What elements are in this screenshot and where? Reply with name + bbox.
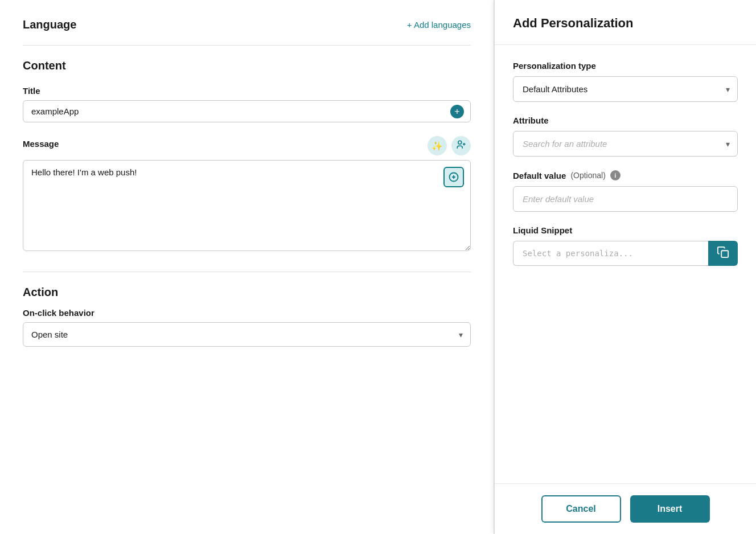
right-panel: Add Personalization Personalization type… bbox=[494, 0, 756, 534]
attribute-label: Attribute bbox=[513, 116, 738, 125]
svg-rect-6 bbox=[721, 250, 728, 257]
message-textarea[interactable]: Hello there! I'm a web push! bbox=[23, 160, 471, 251]
magic-icon: ✨ bbox=[432, 141, 443, 151]
liquid-snippet-input[interactable] bbox=[513, 241, 708, 266]
message-label: Message bbox=[23, 139, 59, 149]
right-panel-body: Personalization type Default Attributes … bbox=[495, 45, 756, 483]
message-plus-button[interactable] bbox=[443, 167, 464, 187]
title-label: Title bbox=[23, 86, 471, 96]
action-section: Action On-click behavior Open site ▾ bbox=[23, 286, 471, 347]
divider-1 bbox=[23, 45, 471, 46]
language-section-header: Language + Add languages bbox=[23, 18, 471, 31]
info-icon[interactable]: i bbox=[610, 170, 621, 180]
attribute-search-input[interactable] bbox=[513, 131, 738, 157]
svg-point-0 bbox=[458, 141, 462, 144]
content-title: Content bbox=[23, 59, 471, 72]
content-section: Content Title + Message ✨ bbox=[23, 59, 471, 253]
default-value-label-row: Default value (Optional) i bbox=[513, 170, 738, 180]
right-panel-footer: Cancel Insert bbox=[495, 483, 756, 534]
liquid-snippet-row bbox=[513, 241, 738, 266]
attribute-search-wrapper: ▾ bbox=[513, 131, 738, 157]
onclick-label: On-click behavior bbox=[23, 308, 471, 318]
panel-title: Add Personalization bbox=[513, 16, 738, 31]
title-plus-icon[interactable]: + bbox=[450, 105, 464, 118]
cancel-button[interactable]: Cancel bbox=[541, 495, 621, 523]
default-value-input[interactable] bbox=[513, 186, 738, 212]
magic-icon-button[interactable]: ✨ bbox=[428, 136, 447, 155]
right-panel-header: Add Personalization bbox=[495, 0, 756, 45]
message-textarea-wrapper: Hello there! I'm a web push! bbox=[23, 160, 471, 253]
language-title: Language bbox=[23, 18, 76, 31]
divider-2 bbox=[23, 272, 471, 272]
copy-button[interactable] bbox=[708, 241, 738, 266]
liquid-snippet-label: Liquid Snippet bbox=[513, 225, 738, 235]
optional-text: (Optional) bbox=[570, 171, 605, 180]
personalization-type-select[interactable]: Default Attributes bbox=[513, 76, 738, 102]
action-title: Action bbox=[23, 286, 471, 299]
left-panel: Language + Add languages Content Title +… bbox=[0, 0, 494, 534]
onclick-select-wrapper: Open site ▾ bbox=[23, 322, 471, 347]
add-user-icon-button[interactable] bbox=[451, 136, 471, 155]
add-user-icon bbox=[456, 139, 466, 152]
add-languages-button[interactable]: + Add languages bbox=[407, 20, 471, 30]
onclick-select[interactable]: Open site bbox=[23, 322, 471, 347]
title-input-wrapper: + bbox=[23, 100, 471, 122]
personalization-type-label: Personalization type bbox=[513, 61, 738, 71]
copy-icon bbox=[717, 246, 729, 261]
message-label-row: Message ✨ bbox=[23, 136, 471, 155]
title-input[interactable] bbox=[23, 100, 471, 122]
default-value-label: Default value bbox=[513, 171, 566, 180]
message-icons: ✨ bbox=[428, 136, 471, 155]
personalization-type-wrapper: Default Attributes ▾ bbox=[513, 76, 738, 102]
insert-button[interactable]: Insert bbox=[630, 495, 710, 523]
